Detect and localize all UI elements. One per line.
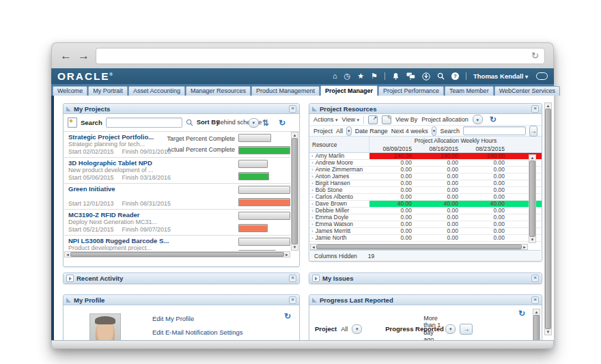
help-icon[interactable]: ? xyxy=(451,72,459,80)
panel-header[interactable]: My Profile × xyxy=(64,295,299,305)
collapse-icon[interactable] xyxy=(312,298,317,303)
expand-row-icon[interactable]: › xyxy=(311,208,313,214)
tab[interactable]: Team Member xyxy=(445,86,494,96)
notifications-bell-icon[interactable] xyxy=(392,72,400,80)
table-row[interactable]: ›Bob Stone 0.00 0.00 0.00 xyxy=(309,187,542,194)
home-icon[interactable]: ⌂ xyxy=(333,72,337,80)
close-icon[interactable]: × xyxy=(531,296,539,304)
view-menu[interactable]: View ▾ xyxy=(342,116,359,123)
table-row[interactable]: ›Emma Watson 0.00 0.00 0.00 xyxy=(309,221,542,228)
table-row[interactable]: ›Andrew Moore 0.00 0.00 0.00 xyxy=(309,160,542,167)
tab[interactable]: Project Performance xyxy=(378,86,444,96)
expand-icon[interactable] xyxy=(66,275,74,282)
expand-row-icon[interactable]: › xyxy=(311,173,313,180)
panel-header[interactable]: Project Resources × xyxy=(309,104,542,114)
collapse-icon[interactable] xyxy=(66,107,71,111)
export-icon[interactable] xyxy=(382,115,391,124)
close-icon[interactable]: × xyxy=(289,296,296,304)
recent-items-icon[interactable]: ◷ xyxy=(344,72,351,80)
sort-order-icon[interactable]: ⇅ xyxy=(262,119,269,127)
accessibility-icon[interactable] xyxy=(422,72,430,81)
expand-row-icon[interactable]: › xyxy=(311,228,313,234)
close-icon[interactable]: × xyxy=(289,105,296,113)
view-by-dropdown-button[interactable]: ▾ xyxy=(473,115,483,124)
projects-search-input[interactable] xyxy=(106,117,182,128)
tab[interactable]: Manager Resources xyxy=(186,86,251,96)
project-link[interactable]: Strategic Project Portfolio... xyxy=(68,133,166,141)
tab[interactable]: Product Management xyxy=(251,86,320,96)
search-go-button[interactable]: → xyxy=(529,126,537,137)
table-row[interactable]: ›Anton James 0.00 0.00 0.00 xyxy=(309,173,542,180)
expand-row-icon[interactable]: › xyxy=(311,153,313,159)
expand-row-icon[interactable]: › xyxy=(311,214,313,221)
flag-icon[interactable]: ⚑ xyxy=(371,72,378,80)
tab[interactable]: My Portrait xyxy=(88,86,128,96)
resources-horizontal-scrollbar[interactable]: ◄► xyxy=(310,244,528,250)
search-icon[interactable] xyxy=(437,72,445,80)
project-dropdown-button[interactable]: ▾ xyxy=(346,126,352,136)
refresh-icon[interactable]: ↻ xyxy=(279,119,285,127)
table-row[interactable]: ›Debbie Miller 0.00 0.00 0.00 xyxy=(309,208,542,214)
project-link[interactable]: 3D Holographic Tablet NPD xyxy=(68,159,166,167)
table-row[interactable]: ›Jamie North 0.00 0.00 0.00 xyxy=(309,235,542,242)
tab[interactable]: Welcome xyxy=(53,86,87,96)
panel-header[interactable]: Recent Activity × xyxy=(64,273,299,283)
expand-row-icon[interactable]: › xyxy=(311,187,313,193)
forward-button[interactable]: → xyxy=(78,50,89,61)
scroll-thumb[interactable] xyxy=(70,252,284,257)
scroll-thumb[interactable] xyxy=(545,109,551,329)
tab[interactable]: WebCenter Services xyxy=(494,86,560,96)
project-link[interactable]: Green Initiative xyxy=(68,185,166,193)
project-link[interactable]: NPI LS3008 Rugged Barcode S... xyxy=(68,237,166,244)
projects-vertical-scrollbar[interactable]: ▲▼ xyxy=(291,132,298,251)
edit-email-settings-link[interactable]: Edit E-Mail Notification Settings xyxy=(152,328,243,336)
scroll-thumb[interactable] xyxy=(292,138,298,244)
table-row[interactable]: ›Amy Marlin 240.00 240.00 240.00 xyxy=(309,153,542,160)
page-vertical-scrollbar[interactable]: ▲▼ xyxy=(544,102,552,335)
tab[interactable]: Asset Accounting xyxy=(128,86,185,96)
scroll-thumb[interactable] xyxy=(533,315,540,340)
user-menu[interactable]: Thomas Kendall ▾ xyxy=(473,72,528,80)
collapse-icon[interactable] xyxy=(312,107,317,111)
url-bar[interactable]: ↻ xyxy=(96,48,545,64)
favorites-star-icon[interactable]: ★ xyxy=(357,72,364,80)
progress-vertical-scrollbar[interactable]: ▲▼ xyxy=(533,309,540,340)
date-range-dropdown-button[interactable]: ▾ xyxy=(432,126,437,136)
search-icon[interactable] xyxy=(186,119,193,126)
expand-row-icon[interactable]: › xyxy=(311,180,313,186)
actions-menu[interactable]: Actions ▾ xyxy=(313,116,338,123)
refresh-icon[interactable]: ↻ xyxy=(490,115,497,124)
tab[interactable]: Project Manager xyxy=(320,85,378,96)
expand-row-icon[interactable]: › xyxy=(311,221,313,227)
date-column-header[interactable]: 08/23/2015 xyxy=(462,145,509,153)
expand-row-icon[interactable]: › xyxy=(311,167,313,173)
refresh-icon[interactable]: ↻ xyxy=(518,309,525,318)
projects-horizontal-scrollbar[interactable]: ◄► xyxy=(64,251,290,257)
expand-row-icon[interactable]: › xyxy=(311,194,313,200)
project-link[interactable]: MC3190-Z RFID Reader xyxy=(68,211,166,219)
back-button[interactable]: ← xyxy=(60,50,72,61)
expand-row-icon[interactable]: › xyxy=(311,160,313,166)
table-row[interactable]: ›James Merritt 0.00 0.00 0.00 xyxy=(309,228,542,235)
new-note-icon[interactable] xyxy=(68,117,77,128)
go-button[interactable]: → xyxy=(460,324,473,335)
close-icon[interactable]: × xyxy=(289,275,296,282)
date-column-header[interactable]: 08/09/2015 xyxy=(369,145,416,153)
collapse-icon[interactable] xyxy=(66,298,71,303)
sort-dropdown-button[interactable]: ▾ xyxy=(249,118,259,128)
scroll-thumb[interactable] xyxy=(529,160,535,237)
table-row[interactable]: ›Carlos Albento 0.00 0.00 0.00 xyxy=(309,194,542,201)
table-row[interactable]: ›Annie Zimmerman 0.00 0.00 0.00 xyxy=(309,167,542,173)
table-row[interactable]: ›Emma Doyle 0.00 0.00 0.00 xyxy=(309,214,542,221)
expand-icon[interactable] xyxy=(312,275,320,282)
close-icon[interactable]: × xyxy=(531,275,539,282)
expand-row-icon[interactable]: › xyxy=(311,201,313,207)
reported-dropdown-button[interactable]: ▾ xyxy=(445,324,456,334)
conversation-icon[interactable] xyxy=(536,72,548,80)
reload-icon[interactable]: ↻ xyxy=(531,51,539,60)
resource-column-header[interactable]: Resource xyxy=(309,137,369,152)
scroll-thumb[interactable] xyxy=(316,244,522,249)
edit-profile-link[interactable]: Edit My Profile xyxy=(152,315,243,322)
panel-header[interactable]: Progress Last Reported × xyxy=(309,295,542,305)
resources-vertical-scrollbar[interactable]: ▲▼ xyxy=(529,154,536,243)
